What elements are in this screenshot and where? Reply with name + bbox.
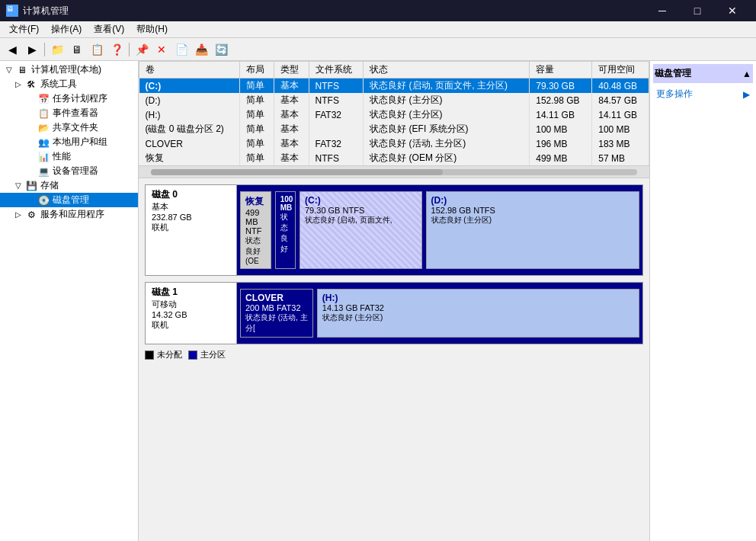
col-vol[interactable]: 卷 — [139, 62, 240, 78]
disk-1-name: 磁盘 1 — [152, 286, 230, 299]
tree-local-users[interactable]: 👥 本地用户和组 — [0, 135, 138, 149]
scrollbar-thumb[interactable] — [151, 169, 443, 175]
help-tb-button[interactable]: ❓ — [107, 41, 126, 58]
storage-icon: 💾 — [24, 180, 38, 192]
minimize-button[interactable]: ─ — [645, 0, 680, 21]
shared-icon: 📂 — [37, 122, 50, 134]
tree-shared-folder[interactable]: 📂 共享文件夹 — [0, 120, 138, 135]
disk-mgmt-label: 磁盘管理 — [53, 194, 89, 206]
services-label: 服务和应用程序 — [40, 208, 104, 221]
import-button[interactable]: 📥 — [192, 41, 210, 58]
pin-button[interactable]: 📌 — [133, 41, 151, 58]
col-type[interactable]: 类型 — [274, 62, 309, 78]
forward-button[interactable]: ▶ — [23, 41, 41, 58]
tree-task-scheduler[interactable]: 📅 任务计划程序 — [0, 91, 138, 106]
toolbar-sep-1 — [44, 43, 45, 56]
disk-0-part-efi[interactable]: 100 MB 状态良好 — [275, 191, 296, 269]
col-free[interactable]: 可用空间 — [592, 62, 649, 78]
table-row[interactable]: (磁盘 0 磁盘分区 2)简单基本状态良好 (EFI 系统分区)100 MB10… — [139, 122, 649, 136]
tree-disk-management[interactable]: 💽 磁盘管理 — [0, 193, 138, 207]
disk-1-type: 可移动 — [152, 299, 230, 310]
app-icon: 🖥 — [6, 5, 18, 17]
disk-0-part-c[interactable]: (C:) 79.30 GB NTFS 状态良好 (启动, 页面文件, — [300, 191, 422, 269]
tree-services[interactable]: ▷ ⚙ 服务和应用程序 — [0, 207, 138, 222]
table-row[interactable]: (H:)简单基本FAT32状态良好 (主分区)14.11 GB14.11 GB — [139, 107, 649, 122]
disk-1-status: 联机 — [152, 319, 230, 331]
disk-0-part-recovery[interactable]: 恢复 499 MB NTF 状态良好 (OE — [240, 191, 271, 269]
users-icon: 👥 — [37, 136, 50, 149]
table-row[interactable]: (C:)简单基本NTFS状态良好 (启动, 页面文件, 主分区)79.30 GB… — [139, 78, 649, 94]
disk-0-info: 磁盘 0 基本 232.87 GB 联机 — [146, 185, 237, 275]
ops-more-arrow: ▶ — [743, 89, 750, 100]
sys-tools-expand[interactable]: ▷ — [12, 80, 24, 88]
legend-blue-box — [188, 351, 197, 360]
root-label: 计算机管理(本地) — [31, 63, 101, 76]
disk-0-partitions: 恢复 499 MB NTF 状态良好 (OE 100 MB 状态良好 (C:) — [237, 185, 642, 275]
main-container: ▽ 🖥 计算机管理(本地) ▷ 🛠 系统工具 📅 任务计划程序 📋 事件查看器 … — [0, 61, 756, 541]
event-label: 事件查看器 — [53, 107, 98, 120]
title-bar-left: 🖥 计算机管理 — [6, 5, 69, 18]
scrollbar-track — [151, 169, 637, 175]
dev-icon: 💻 — [37, 165, 50, 178]
table-row[interactable]: CLOVER简单基本FAT32状态良好 (活动, 主分区)196 MB183 M… — [139, 136, 649, 151]
services-expand[interactable]: ▷ — [12, 210, 24, 219]
table-row[interactable]: 恢复简单基本NTFS状态良好 (OEM 分区)499 MB57 MB — [139, 151, 649, 165]
export-button[interactable]: 📄 — [172, 41, 191, 58]
properties-button[interactable]: 📋 — [88, 41, 106, 58]
ops-more-label: 更多操作 — [656, 88, 693, 101]
menu-action[interactable]: 操作(A) — [45, 21, 88, 37]
back-button[interactable]: ◀ — [3, 41, 21, 58]
right-panel: 卷 布局 类型 文件系统 状态 容量 可用空间 (C:)简单基本NTFS状态良好… — [139, 61, 756, 541]
storage-expand[interactable]: ▽ — [12, 181, 24, 190]
toolbar-sep-2 — [129, 43, 130, 56]
legend-area: 未分配 主分区 — [139, 344, 649, 365]
title-bar-text: 计算机管理 — [23, 5, 69, 18]
tree-event-viewer[interactable]: 📋 事件查看器 — [0, 106, 138, 120]
legend-unallocated-label: 未分配 — [157, 349, 182, 360]
maximize-button[interactable]: □ — [680, 0, 715, 21]
col-fs[interactable]: 文件系统 — [309, 62, 364, 78]
disk-map-area: 磁盘 0 基本 232.87 GB 联机 恢复 499 MB NTF 状态良好 … — [139, 178, 649, 541]
menu-help[interactable]: 帮助(H) — [130, 21, 174, 37]
root-expand[interactable]: ▽ — [3, 66, 15, 74]
shared-label: 共享文件夹 — [53, 121, 98, 134]
col-status[interactable]: 状态 — [364, 62, 530, 78]
col-size[interactable]: 容量 — [530, 62, 592, 78]
disk-1-partitions: CLOVER 200 MB FAT32 状态良好 (活动, 主分[ (H:) 1… — [237, 283, 642, 344]
menu-view[interactable]: 查看(V) — [88, 21, 130, 37]
disk-1-part-h[interactable]: (H:) 14.13 GB FAT32 状态良好 (主分区) — [317, 289, 639, 338]
ops-more-actions[interactable]: 更多操作 ▶ — [653, 86, 753, 102]
refresh-button[interactable]: 🔄 — [212, 41, 230, 58]
table-row[interactable]: (D:)简单基本NTFS状态良好 (主分区)152.98 GB84.57 GB — [139, 93, 649, 107]
tree-performance[interactable]: 📊 性能 — [0, 149, 138, 164]
ops-title: 磁盘管理 ▲ — [653, 64, 753, 83]
close-button[interactable]: ✕ — [715, 0, 750, 21]
tree-storage[interactable]: ▽ 💾 存储 — [0, 178, 138, 193]
perf-label: 性能 — [53, 150, 71, 163]
table-header-row: 卷 布局 类型 文件系统 状态 容量 可用空间 — [139, 62, 649, 78]
disk-0-name: 磁盘 0 — [152, 188, 230, 201]
users-label: 本地用户和组 — [53, 136, 107, 149]
ops-title-text: 磁盘管理 — [655, 67, 691, 80]
tree-root[interactable]: ▽ 🖥 计算机管理(本地) — [0, 62, 138, 77]
table-scrollbar[interactable] — [139, 165, 649, 178]
tree-system-tools[interactable]: ▷ 🛠 系统工具 — [0, 77, 138, 91]
show-hide-button[interactable]: 🖥 — [68, 41, 86, 58]
task-label: 任务计划程序 — [53, 92, 107, 105]
up-button[interactable]: 📁 — [48, 41, 66, 58]
menu-file[interactable]: 文件(F) — [3, 21, 45, 37]
disk-0-part-d[interactable]: (D:) 152.98 GB NTFS 状态良好 (主分区) — [426, 191, 639, 269]
system-tools-icon: 🛠 — [24, 78, 38, 91]
col-layout[interactable]: 布局 — [240, 62, 274, 78]
content-area: 卷 布局 类型 文件系统 状态 容量 可用空间 (C:)简单基本NTFS状态良好… — [139, 61, 756, 541]
disk-1-size: 14.32 GB — [152, 310, 230, 319]
left-panel: ▽ 🖥 计算机管理(本地) ▷ 🛠 系统工具 📅 任务计划程序 📋 事件查看器 … — [0, 61, 139, 541]
perf-icon: 📊 — [37, 151, 50, 163]
disk-1-part-clover[interactable]: CLOVER 200 MB FAT32 状态良好 (活动, 主分[ — [240, 289, 313, 338]
ops-panel: 磁盘管理 ▲ 更多操作 ▶ — [649, 61, 756, 541]
menu-bar: 文件(F) 操作(A) 查看(V) 帮助(H) — [0, 21, 756, 38]
dev-label: 设备管理器 — [53, 165, 98, 178]
disk-table: 卷 布局 类型 文件系统 状态 容量 可用空间 (C:)简单基本NTFS状态良好… — [139, 61, 649, 165]
delete-button[interactable]: ✕ — [152, 41, 171, 58]
tree-device-manager[interactable]: 💻 设备管理器 — [0, 164, 138, 178]
